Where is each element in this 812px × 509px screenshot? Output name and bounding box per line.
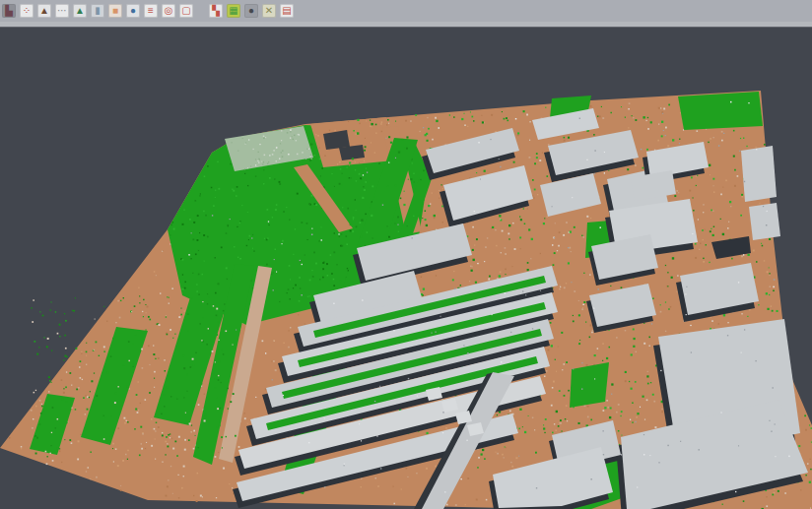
app-window: ▙⁘▲⋯▲▮■●≡◎▢▚▦●✕▤ [0,0,812,509]
clear-markers-icon[interactable]: ✕ [262,4,276,18]
dem-hill-icon-glyph: ▲ [75,4,85,18]
measure-stripes-icon-glyph: ▤ [282,4,291,18]
side-panel-icon-glyph: ▮ [95,4,101,18]
camera-icon-glyph: ● [248,4,254,18]
circle-selection-icon[interactable]: ◎ [162,4,175,18]
zoom-extents-icon[interactable]: ▢ [179,4,193,18]
circle-selection-icon-glyph: ◎ [165,4,173,18]
open-project-icon[interactable]: ▙ [2,4,16,18]
classify-points-icon-glyph: ⁘ [23,4,31,18]
side-panel-icon[interactable]: ▮ [91,4,104,18]
orthophoto-icon-glyph: ■ [112,4,118,18]
open-project-icon-glyph: ▙ [5,4,13,18]
terrain-mesh-icon[interactable]: ▲ [37,4,51,18]
measure-stripes-icon[interactable]: ▤ [280,4,294,18]
dem-hill-icon[interactable]: ▲ [73,4,87,18]
classify-points-icon[interactable]: ⁘ [20,4,34,18]
toolbar: ▙⁘▲⋯▲▮■●≡◎▢▚▦●✕▤ [0,0,812,22]
clear-markers-icon-glyph: ✕ [265,4,273,18]
orthophoto-icon[interactable]: ■ [108,4,122,18]
3d-viewport[interactable] [0,0,812,509]
profile-lines-icon[interactable]: ≡ [144,4,158,18]
zoom-extents-icon-glyph: ▢ [181,4,190,18]
checker-overlay-icon[interactable]: ▚ [209,4,223,18]
point-cloud-icon-glyph: ⋯ [57,4,67,18]
toolbar-understrip [0,22,812,28]
terrain-mesh-icon-glyph: ▲ [39,4,49,18]
camera-icon[interactable]: ● [244,4,258,18]
checker-overlay-icon-glyph: ▚ [212,4,220,18]
globe-view-icon-glyph: ● [130,4,136,18]
classification-map-icon-glyph: ▦ [229,4,237,18]
profile-lines-icon-glyph: ≡ [148,4,154,18]
point-cloud-icon[interactable]: ⋯ [55,4,69,18]
classification-map-icon[interactable]: ▦ [227,4,240,18]
toolbar-group-separator [197,4,205,18]
globe-view-icon[interactable]: ● [126,4,140,18]
